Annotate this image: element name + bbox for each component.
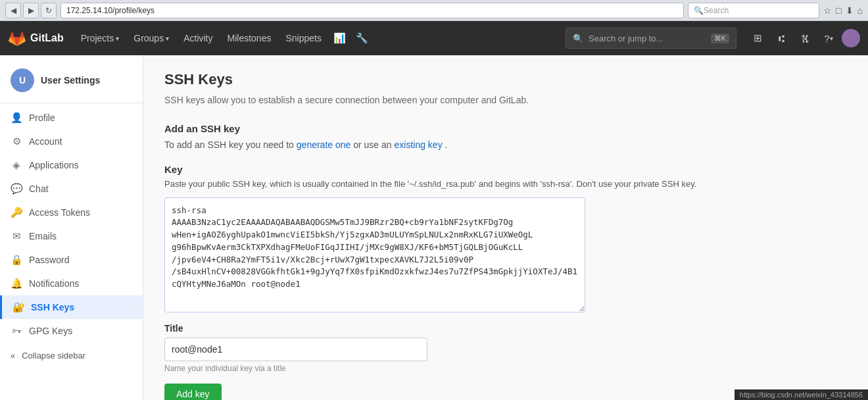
title-input[interactable] bbox=[164, 338, 427, 361]
nav-snippets[interactable]: Snippets bbox=[279, 28, 327, 49]
emails-icon: ✉ bbox=[11, 230, 22, 242]
access-tokens-icon: 🔑 bbox=[11, 207, 22, 218]
sidebar-avatar: U bbox=[11, 68, 34, 92]
nav-projects[interactable]: Projects ▾ bbox=[74, 28, 126, 49]
sidebar-label-account: Account bbox=[29, 136, 62, 147]
add-section-info: To add an SSH key you need to generate o… bbox=[164, 138, 847, 152]
navbar-commits-icon[interactable]: ⑆ bbox=[771, 28, 792, 49]
account-icon: ⚙ bbox=[11, 136, 22, 147]
groups-chevron-icon: ▾ bbox=[166, 35, 169, 42]
status-bar: https://blog.csdn.net/weixin_43314856 bbox=[735, 389, 868, 400]
nav-milestones[interactable]: Milestones bbox=[221, 28, 278, 49]
key-section: Key Paste your public SSH key, which is … bbox=[164, 164, 847, 312]
sidebar-title: User Settings bbox=[41, 75, 100, 86]
gpg-keys-icon: 🗝 bbox=[11, 325, 22, 336]
password-icon: 🔒 bbox=[11, 254, 22, 266]
sidebar-item-ssh-keys[interactable]: 🔐 SSH Keys bbox=[0, 295, 143, 319]
sidebar-label-notifications: Notifications bbox=[29, 278, 79, 289]
navbar-merge-icon[interactable]: ⛕ bbox=[794, 28, 815, 49]
sidebar-item-chat[interactable]: 💬 Chat bbox=[0, 177, 143, 201]
main-content: SSH Keys SSH keys allow you to establish… bbox=[143, 55, 868, 400]
sidebar-label-access-tokens: Access Tokens bbox=[29, 207, 90, 218]
browser-search-bar[interactable]: 🔍 Search bbox=[688, 3, 819, 18]
sidebar-item-gpg-keys[interactable]: 🗝 GPG Keys bbox=[0, 319, 143, 342]
add-ssh-section: Add an SSH key To add an SSH key you nee… bbox=[164, 123, 847, 152]
pocket-icon[interactable]: □ bbox=[836, 5, 841, 16]
applications-icon: ◈ bbox=[11, 159, 22, 171]
page-description: SSH keys allow you to establish a secure… bbox=[164, 93, 847, 107]
status-bar-text: https://blog.csdn.net/weixin_43314856 bbox=[740, 391, 863, 399]
generate-one-link[interactable]: generate one bbox=[297, 139, 351, 150]
sidebar-label-ssh-keys: SSH Keys bbox=[31, 302, 74, 312]
nav-groups[interactable]: Groups ▾ bbox=[127, 28, 176, 49]
home-icon[interactable]: ⌂ bbox=[857, 5, 863, 16]
key-textarea[interactable] bbox=[164, 197, 585, 312]
sidebar-label-emails: Emails bbox=[29, 231, 57, 241]
sidebar-label-gpg-keys: GPG Keys bbox=[29, 326, 72, 336]
title-section: Title Name your individual key via a tit… bbox=[164, 323, 847, 373]
navbar-brand-text: GitLab bbox=[30, 32, 64, 44]
collapse-icon: « bbox=[11, 351, 15, 361]
sidebar-label-chat: Chat bbox=[29, 184, 49, 194]
gitlab-logo-icon bbox=[8, 29, 26, 47]
sidebar-divider bbox=[0, 103, 143, 103]
sidebar-collapse-label: Collapse sidebar bbox=[22, 351, 85, 361]
key-field-label: Key bbox=[164, 164, 847, 175]
nav-activity[interactable]: Activity bbox=[177, 28, 219, 49]
sidebar-label-profile: Profile bbox=[29, 113, 55, 123]
nav-chart-icon[interactable]: 📊 bbox=[329, 28, 350, 49]
navbar-avatar[interactable] bbox=[842, 29, 860, 47]
chat-icon: 💬 bbox=[11, 183, 22, 195]
title-field-label: Title bbox=[164, 323, 847, 334]
search-icon: 🔍 bbox=[694, 6, 704, 15]
notifications-icon: 🔔 bbox=[11, 278, 22, 289]
url-text: 172.25.14.10/profile/keys bbox=[66, 6, 155, 15]
download-icon[interactable]: ⬇ bbox=[846, 5, 854, 16]
forward-button[interactable]: ▶ bbox=[23, 3, 39, 18]
navbar-search-icon: 🔍 bbox=[573, 34, 583, 43]
navbar-links: Projects ▾ Groups ▾ Activity Milestones … bbox=[74, 28, 373, 49]
add-section-title: Add an SSH key bbox=[164, 123, 847, 134]
sidebar-header: U User Settings bbox=[0, 61, 143, 103]
navbar-brand[interactable]: GitLab bbox=[8, 29, 64, 47]
page-title: SSH Keys bbox=[164, 71, 847, 88]
bookmark-icon[interactable]: ☆ bbox=[823, 5, 832, 16]
sidebar-item-profile[interactable]: 👤 Profile bbox=[0, 106, 143, 130]
sidebar-item-password[interactable]: 🔒 Password bbox=[0, 248, 143, 272]
nav-wrench-icon[interactable]: 🔧 bbox=[352, 28, 373, 49]
key-field-description: Paste your public SSH key, which is usua… bbox=[164, 178, 847, 191]
title-hint: Name your individual key via a title bbox=[164, 364, 847, 373]
navbar-help-icon[interactable]: ?▾ bbox=[818, 28, 839, 49]
sidebar-item-emails[interactable]: ✉ Emails bbox=[0, 224, 143, 248]
main-layout: U User Settings 👤 Profile ⚙ Account ◈ Ap… bbox=[0, 55, 868, 400]
sidebar-label-applications: Applications bbox=[29, 160, 79, 170]
sidebar-item-notifications[interactable]: 🔔 Notifications bbox=[0, 272, 143, 295]
profile-icon: 👤 bbox=[11, 112, 22, 124]
navbar-search-shortcut: ⌘K bbox=[711, 34, 729, 43]
reload-button[interactable]: ↻ bbox=[41, 3, 57, 18]
sidebar-label-password: Password bbox=[29, 255, 69, 265]
browser-icons: ☆ □ ⬇ ⌂ bbox=[823, 5, 863, 16]
browser-bar: ◀ ▶ ↻ 172.25.14.10/profile/keys 🔍 Search… bbox=[0, 0, 868, 21]
browser-nav-buttons: ◀ ▶ ↻ bbox=[5, 3, 57, 18]
existing-key-link[interactable]: existing key bbox=[395, 139, 443, 150]
back-button[interactable]: ◀ bbox=[5, 3, 21, 18]
navbar-plus-icon[interactable]: ⊞ bbox=[747, 28, 768, 49]
projects-chevron-icon: ▾ bbox=[116, 35, 119, 42]
url-bar[interactable]: 172.25.14.10/profile/keys bbox=[60, 3, 684, 18]
sidebar-item-access-tokens[interactable]: 🔑 Access Tokens bbox=[0, 201, 143, 224]
navbar-action-icons: ⊞ ⑆ ⛕ ?▾ bbox=[747, 28, 860, 49]
sidebar-item-account[interactable]: ⚙ Account bbox=[0, 130, 143, 153]
navbar: GitLab Projects ▾ Groups ▾ Activity Mile… bbox=[0, 21, 868, 55]
navbar-search-text: Search or jump to... bbox=[589, 34, 706, 43]
ssh-keys-icon: 🔐 bbox=[12, 301, 24, 313]
add-key-button[interactable]: Add key bbox=[164, 384, 222, 401]
sidebar-collapse-button[interactable]: « Collapse sidebar bbox=[0, 345, 143, 366]
sidebar-item-applications[interactable]: ◈ Applications bbox=[0, 153, 143, 177]
navbar-search[interactable]: 🔍 Search or jump to... ⌘K bbox=[566, 28, 736, 49]
sidebar: U User Settings 👤 Profile ⚙ Account ◈ Ap… bbox=[0, 55, 143, 400]
browser-search-placeholder: Search bbox=[704, 6, 729, 15]
